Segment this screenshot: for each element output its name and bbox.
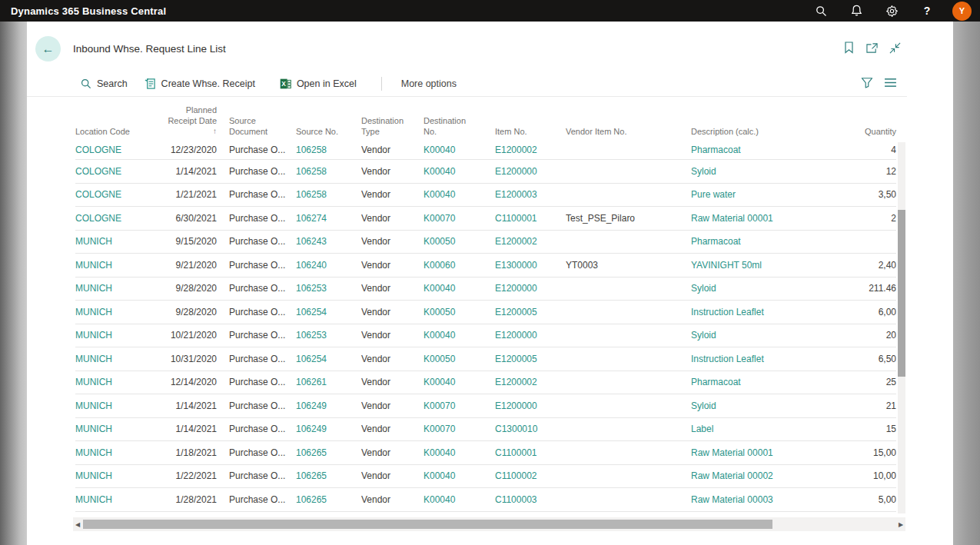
table-row[interactable]: COLOGNE6/30/2021Purchase O...106274Vendo… bbox=[75, 207, 896, 231]
cell-item-no[interactable]: E1200000 bbox=[495, 166, 566, 177]
avatar[interactable]: Y bbox=[952, 2, 972, 21]
cell-source-no[interactable]: 106254 bbox=[296, 307, 361, 317]
column-header-source-no[interactable]: Source No. bbox=[296, 104, 361, 141]
column-header-description[interactable]: Description (calc.) bbox=[691, 104, 845, 141]
table-row[interactable]: COLOGNE12/23/2020Purchase O...106258Vend… bbox=[75, 141, 896, 160]
cell-destination-no[interactable]: K00040 bbox=[424, 189, 495, 200]
table-row[interactable]: MUNICH1/18/2021Purchase O...106265Vendor… bbox=[75, 441, 896, 465]
cell-destination-no[interactable]: K00040 bbox=[424, 494, 495, 505]
cell-item-no[interactable]: E1200003 bbox=[495, 189, 566, 200]
list-view-icon[interactable] bbox=[884, 78, 897, 90]
cell-location-code[interactable]: MUNICH bbox=[75, 424, 161, 434]
cell-description[interactable]: Raw Material 00001 bbox=[691, 213, 845, 224]
cell-item-no[interactable]: E1200000 bbox=[495, 400, 566, 411]
help-icon[interactable]: ? bbox=[909, 0, 945, 22]
table-row[interactable]: MUNICH9/15/2020Purchase O...106243Vendor… bbox=[75, 231, 896, 254]
bookmark-icon[interactable] bbox=[842, 41, 855, 55]
cell-description[interactable]: Syloid bbox=[691, 400, 845, 411]
column-header-vendor-item-no[interactable]: Vendor Item No. bbox=[566, 104, 691, 141]
cell-source-no[interactable]: 106254 bbox=[296, 354, 361, 364]
cell-location-code[interactable]: MUNICH bbox=[75, 354, 161, 364]
column-header-quantity[interactable]: Quantity bbox=[845, 104, 896, 141]
cell-item-no[interactable]: E1200005 bbox=[495, 307, 566, 317]
column-header-destination-type[interactable]: DestinationType bbox=[361, 104, 424, 141]
horizontal-scrollbar[interactable]: ◀ ▶ bbox=[73, 517, 905, 531]
cell-source-no[interactable]: 106240 bbox=[296, 260, 361, 271]
create-whse-receipt-action[interactable]: Create Whse. Receipt bbox=[145, 78, 255, 89]
cell-item-no[interactable]: E1200002 bbox=[495, 236, 566, 247]
cell-item-no[interactable]: E1300000 bbox=[495, 260, 566, 271]
table-row[interactable]: MUNICH1/28/2021Purchase O...106265Vendor… bbox=[75, 488, 896, 512]
cell-destination-no[interactable]: K00040 bbox=[424, 377, 495, 387]
cell-location-code[interactable]: MUNICH bbox=[75, 494, 161, 505]
cell-description[interactable]: Syloid bbox=[691, 166, 845, 177]
cell-source-no[interactable]: 106253 bbox=[296, 330, 361, 341]
vertical-scrollbar-thumb[interactable] bbox=[898, 210, 905, 377]
column-header-source-document[interactable]: SourceDocument bbox=[217, 104, 296, 141]
cell-location-code[interactable]: MUNICH bbox=[75, 377, 161, 387]
cell-destination-no[interactable]: K00040 bbox=[424, 330, 495, 341]
cell-item-no[interactable]: C1300010 bbox=[495, 424, 566, 434]
cell-destination-no[interactable]: K00040 bbox=[424, 470, 495, 481]
cell-item-no[interactable]: E1200000 bbox=[495, 330, 566, 341]
table-row[interactable]: MUNICH1/14/2021Purchase O...106249Vendor… bbox=[75, 394, 896, 418]
cell-source-no[interactable]: 106261 bbox=[296, 377, 361, 387]
back-button[interactable]: ← bbox=[35, 36, 61, 61]
vertical-scrollbar[interactable] bbox=[898, 142, 905, 513]
table-row[interactable]: MUNICH12/14/2020Purchase O...106261Vendo… bbox=[75, 371, 896, 395]
more-options-action[interactable]: More options bbox=[401, 78, 457, 89]
cell-item-no[interactable]: C1100001 bbox=[495, 213, 566, 224]
table-row[interactable]: MUNICH9/28/2020Purchase O...106253Vendor… bbox=[75, 277, 896, 301]
cell-source-no[interactable]: 106249 bbox=[296, 424, 361, 434]
cell-item-no[interactable]: E1200000 bbox=[495, 283, 566, 294]
cell-location-code[interactable]: MUNICH bbox=[75, 260, 161, 271]
cell-description[interactable]: Pharmacoat bbox=[691, 377, 845, 387]
cell-source-no[interactable]: 106265 bbox=[296, 447, 361, 458]
cell-location-code[interactable]: COLOGNE bbox=[75, 189, 161, 200]
cell-source-no[interactable]: 106258 bbox=[296, 189, 361, 200]
cell-description[interactable]: YAVINIGHT 50ml bbox=[691, 260, 845, 271]
cell-destination-no[interactable]: K00040 bbox=[424, 447, 495, 458]
cell-description[interactable]: Label bbox=[691, 424, 845, 434]
cell-description[interactable]: Instruction Leaflet bbox=[691, 307, 845, 317]
cell-location-code[interactable]: COLOGNE bbox=[75, 213, 161, 224]
table-row[interactable]: MUNICH9/28/2020Purchase O...106254Vendor… bbox=[75, 301, 896, 324]
table-row[interactable]: MUNICH1/14/2021Purchase O...106249Vendor… bbox=[75, 418, 896, 442]
cell-destination-no[interactable]: K00070 bbox=[424, 400, 495, 411]
cell-destination-no[interactable]: K00070 bbox=[424, 213, 495, 224]
cell-description[interactable]: Syloid bbox=[691, 330, 845, 341]
cell-source-no[interactable]: 106265 bbox=[296, 470, 361, 481]
cell-destination-no[interactable]: K00070 bbox=[424, 424, 495, 434]
column-header-planned-receipt-date[interactable]: PlannedReceipt Date↑ bbox=[161, 104, 217, 141]
cell-description[interactable]: Instruction Leaflet bbox=[691, 354, 845, 364]
cell-location-code[interactable]: MUNICH bbox=[75, 470, 161, 481]
cell-item-no[interactable]: C1100001 bbox=[495, 447, 566, 458]
cell-item-no[interactable]: E1200002 bbox=[495, 377, 566, 387]
cell-description[interactable]: Pure water bbox=[691, 189, 845, 200]
cell-location-code[interactable]: MUNICH bbox=[75, 400, 161, 411]
cell-destination-no[interactable]: K00040 bbox=[424, 283, 495, 294]
cell-source-no[interactable]: 106265 bbox=[296, 494, 361, 505]
cell-source-no[interactable]: 106258 bbox=[296, 145, 361, 155]
notifications-icon[interactable] bbox=[839, 0, 874, 22]
search-action[interactable]: Search bbox=[81, 78, 128, 89]
table-row[interactable]: COLOGNE1/14/2021Purchase O...106258Vendo… bbox=[75, 160, 896, 184]
cell-destination-no[interactable]: K00050 bbox=[424, 354, 495, 364]
table-row[interactable]: MUNICH9/21/2020Purchase O...106240Vendor… bbox=[75, 254, 896, 277]
cell-location-code[interactable]: MUNICH bbox=[75, 330, 161, 341]
horizontal-scrollbar-thumb[interactable] bbox=[83, 520, 772, 529]
cell-description[interactable]: Raw Material 00001 bbox=[691, 447, 845, 458]
horizontal-scrollbar-track[interactable] bbox=[82, 517, 896, 531]
cell-item-no[interactable]: E1200002 bbox=[495, 145, 566, 155]
table-row[interactable]: MUNICH10/21/2020Purchase O...106253Vendo… bbox=[75, 324, 896, 348]
column-header-destination-no[interactable]: DestinationNo. bbox=[424, 104, 495, 141]
collapse-icon[interactable] bbox=[888, 41, 902, 55]
search-icon[interactable] bbox=[803, 0, 839, 22]
cell-destination-no[interactable]: K00050 bbox=[424, 307, 495, 317]
open-in-new-window-icon[interactable] bbox=[865, 41, 879, 55]
cell-destination-no[interactable]: K00040 bbox=[424, 145, 495, 155]
filter-icon[interactable] bbox=[861, 77, 873, 91]
cell-destination-no[interactable]: K00040 bbox=[424, 166, 495, 177]
column-header-location-code[interactable]: Location Code bbox=[75, 104, 161, 141]
cell-description[interactable]: Syloid bbox=[691, 283, 845, 294]
